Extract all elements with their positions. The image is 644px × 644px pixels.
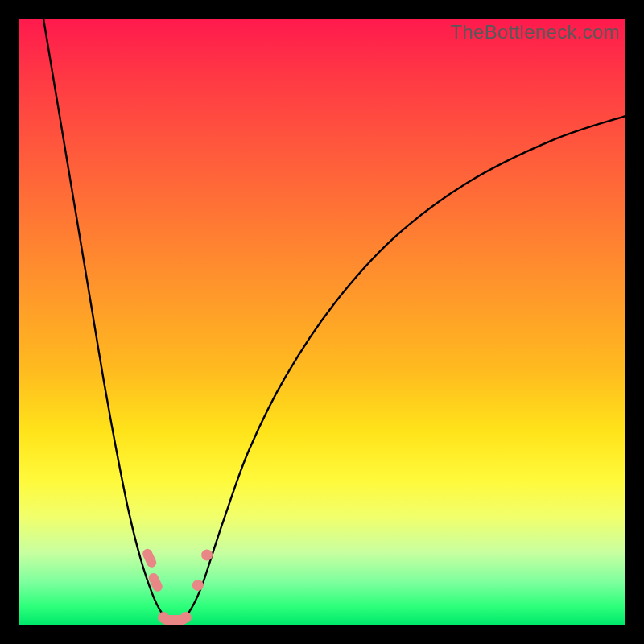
curve-marker bbox=[180, 612, 192, 623]
watermark-text: TheBottleneck.com bbox=[450, 21, 620, 43]
curve-marker bbox=[147, 572, 164, 593]
bottleneck-curve-svg bbox=[19, 19, 625, 625]
marker-group bbox=[141, 547, 213, 625]
curve-marker bbox=[192, 580, 204, 591]
bottleneck-curve-path bbox=[43, 19, 625, 623]
curve-marker bbox=[201, 550, 213, 561]
chart-frame: TheBottleneck.com bbox=[19, 19, 625, 625]
